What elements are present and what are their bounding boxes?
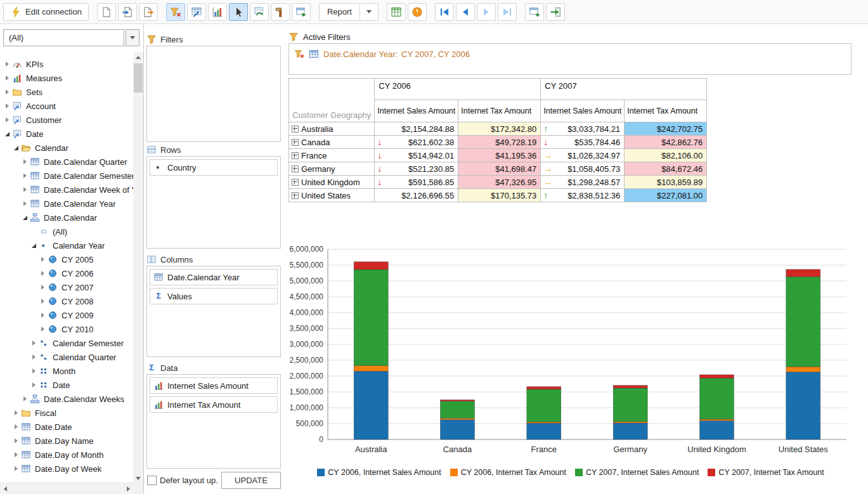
tree-item-date[interactable]: Date: [0, 378, 133, 392]
expand-arrow-icon[interactable]: [20, 216, 29, 220]
bar-segment[interactable]: [441, 400, 475, 401]
bar-segment[interactable]: [354, 270, 388, 366]
pivot-value-cell[interactable]: ↓$535,784.46: [541, 136, 625, 149]
expand-arrow-icon[interactable]: [38, 327, 47, 332]
pivot-value-cell[interactable]: →$1,298,248.57: [541, 176, 625, 189]
remove-filter-icon[interactable]: [294, 49, 305, 59]
pivot-value-cell[interactable]: $49,728.19: [458, 136, 541, 149]
tree-item-calendar-year[interactable]: Calendar Year: [0, 238, 133, 252]
tree-item-date-calendar-semester[interactable]: Date.Calendar Semester: [0, 169, 133, 183]
scroll-right-arrow[interactable]: [123, 483, 133, 494]
pivot-value-cell[interactable]: →$1,058,405.73: [541, 162, 625, 176]
tree-item-calendar-semester[interactable]: Calendar Semester: [0, 336, 133, 350]
pivot-value-cell[interactable]: ↓$521,230.85: [375, 162, 458, 176]
pivot-value-cell[interactable]: $41,698.47: [458, 162, 541, 176]
pivot-value-cell[interactable]: $2,126,696.55: [375, 189, 458, 202]
tree-item-customer[interactable]: Customer: [0, 113, 133, 127]
filter-mode-button[interactable]: [166, 3, 185, 21]
expand-plus-icon[interactable]: [292, 179, 299, 186]
expand-arrow-icon[interactable]: [3, 75, 11, 81]
expand-arrow-icon[interactable]: [3, 62, 11, 67]
tree-item-date-calendar[interactable]: Date.Calendar: [0, 211, 133, 224]
expand-plus-icon[interactable]: [292, 166, 299, 172]
tree-item-month[interactable]: Month: [0, 364, 133, 378]
pivot-row-header-canada[interactable]: Canada: [289, 136, 375, 149]
new-window-button[interactable]: [525, 3, 544, 21]
tree-item-date-calendar-year[interactable]: Date.Calendar Year: [0, 197, 133, 211]
tree-item-cy-2009[interactable]: CY 2009: [0, 308, 133, 322]
nav-last-button[interactable]: [498, 3, 517, 21]
export-report-button[interactable]: [546, 3, 565, 21]
bar-segment[interactable]: [441, 401, 475, 419]
pivot-value-cell[interactable]: ↑$2,838,512.36: [541, 189, 625, 202]
bar-segment[interactable]: [527, 422, 561, 423]
tree-item-date-date[interactable]: Date.Date: [0, 420, 133, 434]
expand-arrow-icon[interactable]: [20, 396, 29, 401]
active-filter-field[interactable]: Date.Calendar Year:: [323, 49, 398, 59]
expand-arrow-icon[interactable]: [11, 410, 20, 415]
tree-item-date[interactable]: Date: [0, 127, 133, 141]
tree-item-cy-2008[interactable]: CY 2008: [0, 294, 133, 308]
tree-item-calendar[interactable]: Calendar: [0, 141, 133, 155]
expand-arrow-icon[interactable]: [29, 368, 38, 374]
expand-arrow-icon[interactable]: [29, 354, 38, 360]
expand-arrow-icon[interactable]: [29, 244, 38, 248]
expand-arrow-icon[interactable]: [20, 187, 29, 192]
pivot-row-header-australia[interactable]: Australia: [289, 122, 375, 136]
report-menu-dropdown-button[interactable]: [360, 3, 379, 21]
expand-arrow-icon[interactable]: [11, 466, 20, 471]
tree-item-date-calendar-quarter[interactable]: Date.Calendar Quarter: [0, 155, 133, 169]
bar-segment[interactable]: [786, 276, 820, 367]
pivot-value-cell[interactable]: $82,106.00: [625, 149, 707, 162]
tree-item-cy-2005[interactable]: CY 2005: [0, 252, 133, 266]
pivot-row-header-france[interactable]: France: [289, 149, 375, 162]
scroll-down-arrow[interactable]: [133, 473, 143, 483]
expand-arrow-icon[interactable]: [38, 299, 47, 304]
pivot-row-header-united-kingdom[interactable]: United Kingdom: [289, 176, 375, 189]
tree-item-date-calendar-weeks[interactable]: Date.Calendar Weeks: [0, 392, 133, 406]
nav-first-button[interactable]: [435, 3, 454, 21]
pivot-row-header-germany[interactable]: Germany: [289, 162, 375, 176]
edit-connection-button[interactable]: Edit connection: [3, 3, 89, 21]
pivot-value-cell[interactable]: $41,195.36: [458, 149, 541, 162]
tree-item-cy-2010[interactable]: CY 2010: [0, 322, 133, 336]
pivot-value-cell[interactable]: ↑$3,033,784.21: [541, 122, 625, 136]
bar-segment[interactable]: [786, 372, 820, 439]
expand-arrow-icon[interactable]: [11, 146, 20, 150]
session-button[interactable]: [408, 3, 427, 21]
pivot-row-header-united-states[interactable]: United States: [289, 189, 375, 202]
update-button[interactable]: UPDATE: [221, 472, 281, 489]
tree-item-date-day-of-month[interactable]: Date.Day of Month: [0, 448, 133, 462]
bar-segment[interactable]: [786, 367, 820, 372]
scroll-left-arrow[interactable]: [0, 483, 10, 494]
section-columns-dropzone[interactable]: Date.Calendar YearΣValues: [146, 266, 281, 357]
chart-mode-button[interactable]: [208, 3, 227, 21]
pivot-measure-header-internet-sales-amount[interactable]: Internet Sales Amount: [375, 100, 458, 122]
scroll-up-arrow[interactable]: [133, 52, 143, 62]
pivot-grid-mode-button[interactable]: [187, 3, 206, 21]
field-item-internet-sales-amount[interactable]: Internet Sales Amount: [150, 377, 278, 394]
measure-group-combo-dropdown-button[interactable]: [126, 29, 139, 46]
bar-segment[interactable]: [613, 423, 647, 439]
active-filter-values[interactable]: CY 2007, CY 2006: [401, 49, 470, 59]
pivot-value-cell[interactable]: ↓$514,942.01: [375, 149, 458, 162]
scroll-thumb[interactable]: [134, 63, 143, 93]
bar-segment[interactable]: [527, 423, 561, 439]
expand-arrow-icon[interactable]: [29, 341, 38, 346]
bar-segment[interactable]: [700, 420, 734, 439]
report-menu-button[interactable]: Report: [319, 3, 360, 21]
field-item-internet-tax-amount[interactable]: Internet Tax Amount: [150, 396, 278, 413]
expand-arrow-icon[interactable]: [20, 159, 29, 164]
popup-window-button[interactable]: [292, 3, 311, 21]
expand-arrow-icon[interactable]: [20, 173, 29, 178]
bar-segment[interactable]: [700, 419, 734, 420]
nav-prev-button[interactable]: [456, 3, 475, 21]
bar-segment[interactable]: [441, 420, 475, 439]
nav-next-button[interactable]: [477, 3, 496, 21]
expand-arrow-icon[interactable]: [3, 132, 11, 136]
bar-segment[interactable]: [786, 270, 820, 276]
pivot-value-cell[interactable]: $2,154,284.88: [375, 122, 458, 136]
pivot-column-group-cy-2006[interactable]: CY 2006: [375, 79, 541, 100]
bar-segment[interactable]: [527, 387, 561, 389]
pivot-measure-header-internet-sales-amount[interactable]: Internet Sales Amount: [541, 100, 625, 122]
